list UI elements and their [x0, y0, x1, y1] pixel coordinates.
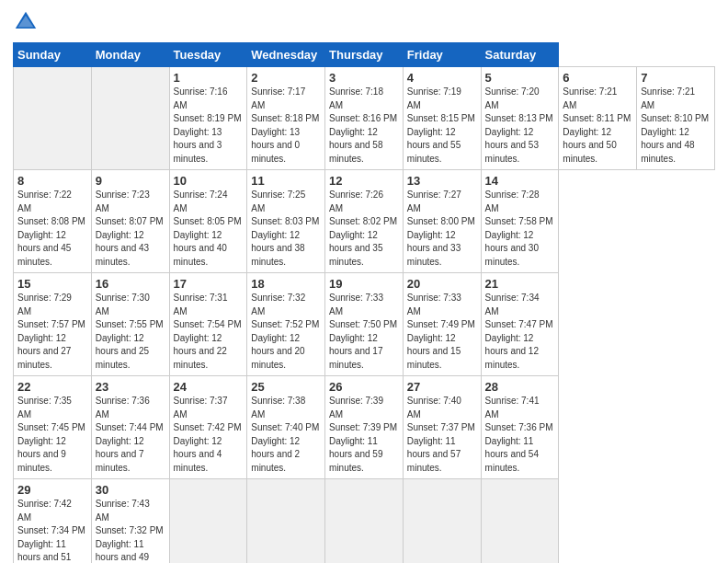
- weekday-monday: Monday: [91, 43, 169, 67]
- day-info: Sunrise: 7:27 AMSunset: 8:00 PMDaylight:…: [407, 190, 475, 267]
- day-info: Sunrise: 7:26 AMSunset: 8:02 PMDaylight:…: [329, 190, 397, 267]
- week-row-4: 22 Sunrise: 7:35 AMSunset: 7:45 PMDaylig…: [14, 376, 715, 479]
- week-row-2: 8 Sunrise: 7:22 AMSunset: 8:08 PMDayligh…: [14, 170, 715, 273]
- day-cell-21: 21 Sunrise: 7:34 AMSunset: 7:47 PMDaylig…: [481, 273, 559, 376]
- day-cell-5: 5 Sunrise: 7:20 AMSunset: 8:13 PMDayligh…: [481, 67, 559, 170]
- day-number: 23: [96, 380, 165, 394]
- day-cell-28: 28 Sunrise: 7:41 AMSunset: 7:36 PMDaylig…: [481, 376, 559, 479]
- weekday-sunday: Sunday: [14, 43, 92, 67]
- day-cell-9: 9 Sunrise: 7:23 AMSunset: 8:07 PMDayligh…: [91, 170, 169, 273]
- empty-cell: [14, 67, 92, 170]
- day-number: 6: [563, 71, 632, 85]
- day-number: 22: [17, 380, 87, 394]
- day-info: Sunrise: 7:34 AMSunset: 7:47 PMDaylight:…: [485, 293, 553, 370]
- day-cell-26: 26 Sunrise: 7:39 AMSunset: 7:39 PMDaylig…: [325, 376, 404, 479]
- day-info: Sunrise: 7:17 AMSunset: 8:18 PMDaylight:…: [251, 86, 319, 164]
- day-number: 20: [407, 277, 477, 291]
- day-cell-14: 14 Sunrise: 7:28 AMSunset: 7:58 PMDaylig…: [481, 170, 559, 273]
- day-info: Sunrise: 7:36 AMSunset: 7:44 PMDaylight:…: [96, 396, 164, 473]
- empty-cell: [247, 479, 325, 564]
- day-info: Sunrise: 7:33 AMSunset: 7:50 PMDaylight:…: [329, 293, 397, 370]
- day-number: 5: [485, 71, 555, 85]
- day-info: Sunrise: 7:18 AMSunset: 8:16 PMDaylight:…: [329, 86, 397, 164]
- day-cell-22: 22 Sunrise: 7:35 AMSunset: 7:45 PMDaylig…: [14, 376, 92, 479]
- day-info: Sunrise: 7:39 AMSunset: 7:39 PMDaylight:…: [329, 396, 397, 473]
- day-number: 7: [641, 71, 711, 85]
- day-cell-2: 2 Sunrise: 7:17 AMSunset: 8:18 PMDayligh…: [247, 67, 325, 170]
- day-number: 16: [96, 277, 165, 291]
- day-number: 9: [96, 174, 165, 188]
- day-number: 8: [17, 174, 87, 188]
- day-number: 10: [174, 174, 244, 188]
- day-number: 18: [251, 277, 321, 291]
- day-cell-30: 30 Sunrise: 7:43 AMSunset: 7:32 PMDaylig…: [91, 479, 169, 564]
- day-cell-23: 23 Sunrise: 7:36 AMSunset: 7:44 PMDaylig…: [91, 376, 169, 479]
- day-cell-7: 7 Sunrise: 7:21 AMSunset: 8:10 PMDayligh…: [637, 67, 715, 170]
- day-cell-1: 1 Sunrise: 7:16 AMSunset: 8:19 PMDayligh…: [169, 67, 247, 170]
- day-cell-17: 17 Sunrise: 7:31 AMSunset: 7:54 PMDaylig…: [169, 273, 247, 376]
- day-info: Sunrise: 7:25 AMSunset: 8:03 PMDaylight:…: [251, 190, 319, 267]
- day-info: Sunrise: 7:23 AMSunset: 8:07 PMDaylight:…: [96, 190, 164, 267]
- empty-cell: [325, 479, 404, 564]
- day-info: Sunrise: 7:29 AMSunset: 7:57 PMDaylight:…: [17, 293, 85, 370]
- day-info: Sunrise: 7:40 AMSunset: 7:37 PMDaylight:…: [407, 396, 475, 473]
- day-info: Sunrise: 7:28 AMSunset: 7:58 PMDaylight:…: [485, 190, 553, 267]
- day-number: 17: [174, 277, 244, 291]
- day-cell-24: 24 Sunrise: 7:37 AMSunset: 7:42 PMDaylig…: [169, 376, 247, 479]
- day-number: 28: [485, 380, 555, 394]
- day-number: 21: [485, 277, 555, 291]
- day-info: Sunrise: 7:38 AMSunset: 7:40 PMDaylight:…: [251, 396, 319, 473]
- day-cell-3: 3 Sunrise: 7:18 AMSunset: 8:16 PMDayligh…: [325, 67, 404, 170]
- weekday-thursday: Thursday: [325, 43, 404, 67]
- week-row-1: 1 Sunrise: 7:16 AMSunset: 8:19 PMDayligh…: [14, 67, 715, 170]
- day-info: Sunrise: 7:43 AMSunset: 7:32 PMDaylight:…: [96, 499, 164, 563]
- empty-cell: [169, 479, 247, 564]
- day-number: 29: [17, 483, 87, 497]
- logo-icon: [13, 9, 39, 35]
- day-info: Sunrise: 7:21 AMSunset: 8:10 PMDaylight:…: [641, 86, 709, 164]
- day-info: Sunrise: 7:21 AMSunset: 8:11 PMDaylight:…: [563, 86, 631, 164]
- calendar-body: 1 Sunrise: 7:16 AMSunset: 8:19 PMDayligh…: [14, 67, 715, 564]
- day-cell-8: 8 Sunrise: 7:22 AMSunset: 8:08 PMDayligh…: [14, 170, 92, 273]
- day-number: 15: [17, 277, 87, 291]
- weekday-friday: Friday: [403, 43, 481, 67]
- day-number: 13: [407, 174, 477, 188]
- day-cell-4: 4 Sunrise: 7:19 AMSunset: 8:15 PMDayligh…: [403, 67, 481, 170]
- calendar-table: SundayMondayTuesdayWednesdayThursdayFrid…: [13, 42, 715, 563]
- day-cell-12: 12 Sunrise: 7:26 AMSunset: 8:02 PMDaylig…: [325, 170, 404, 273]
- header: [13, 9, 715, 35]
- day-info: Sunrise: 7:19 AMSunset: 8:15 PMDaylight:…: [407, 86, 475, 164]
- day-number: 25: [251, 380, 321, 394]
- day-info: Sunrise: 7:42 AMSunset: 7:34 PMDaylight:…: [17, 499, 85, 563]
- day-number: 4: [407, 71, 477, 85]
- day-cell-13: 13 Sunrise: 7:27 AMSunset: 8:00 PMDaylig…: [403, 170, 481, 273]
- empty-cell: [91, 67, 169, 170]
- empty-cell: [481, 479, 559, 564]
- day-number: 26: [329, 380, 399, 394]
- day-number: 12: [329, 174, 399, 188]
- day-number: 24: [174, 380, 244, 394]
- day-number: 1: [174, 71, 244, 85]
- page: SundayMondayTuesdayWednesdayThursdayFrid…: [0, 0, 728, 563]
- weekday-saturday: Saturday: [481, 43, 559, 67]
- day-info: Sunrise: 7:20 AMSunset: 8:13 PMDaylight:…: [485, 86, 553, 164]
- day-cell-18: 18 Sunrise: 7:32 AMSunset: 7:52 PMDaylig…: [247, 273, 325, 376]
- day-cell-11: 11 Sunrise: 7:25 AMSunset: 8:03 PMDaylig…: [247, 170, 325, 273]
- day-info: Sunrise: 7:16 AMSunset: 8:19 PMDaylight:…: [174, 86, 242, 164]
- day-info: Sunrise: 7:24 AMSunset: 8:05 PMDaylight:…: [174, 190, 242, 267]
- day-cell-19: 19 Sunrise: 7:33 AMSunset: 7:50 PMDaylig…: [325, 273, 404, 376]
- day-cell-6: 6 Sunrise: 7:21 AMSunset: 8:11 PMDayligh…: [559, 67, 637, 170]
- day-number: 27: [407, 380, 477, 394]
- day-number: 2: [251, 71, 321, 85]
- day-cell-25: 25 Sunrise: 7:38 AMSunset: 7:40 PMDaylig…: [247, 376, 325, 479]
- day-number: 11: [251, 174, 321, 188]
- day-info: Sunrise: 7:41 AMSunset: 7:36 PMDaylight:…: [485, 396, 553, 473]
- day-cell-29: 29 Sunrise: 7:42 AMSunset: 7:34 PMDaylig…: [14, 479, 92, 564]
- day-info: Sunrise: 7:30 AMSunset: 7:55 PMDaylight:…: [96, 293, 164, 370]
- week-row-5: 29 Sunrise: 7:42 AMSunset: 7:34 PMDaylig…: [14, 479, 715, 564]
- week-row-3: 15 Sunrise: 7:29 AMSunset: 7:57 PMDaylig…: [14, 273, 715, 376]
- empty-cell: [403, 479, 481, 564]
- logo: [13, 9, 42, 35]
- day-cell-20: 20 Sunrise: 7:33 AMSunset: 7:49 PMDaylig…: [403, 273, 481, 376]
- day-info: Sunrise: 7:32 AMSunset: 7:52 PMDaylight:…: [251, 293, 319, 370]
